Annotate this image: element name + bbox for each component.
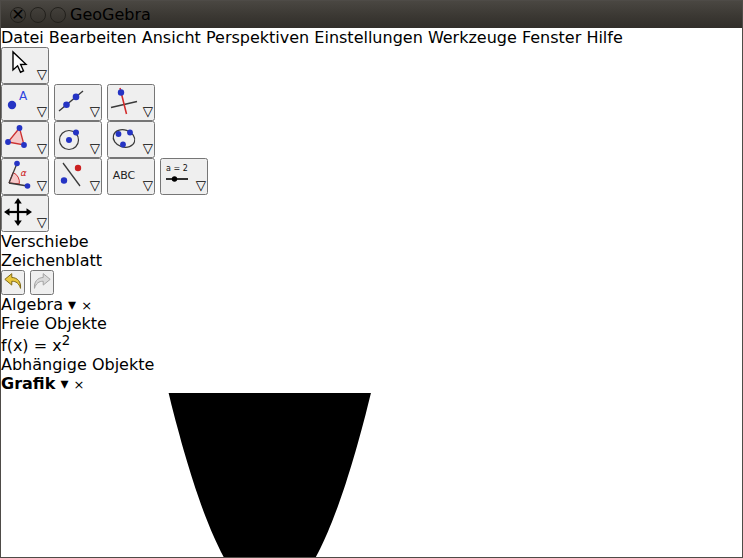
tool-dropdown-icon[interactable]: ▽ <box>90 104 100 119</box>
graphics-panel: Grafik ▾ × -5-4-3-2-1012345-3-2-10123 <box>1 374 742 558</box>
tool-dropdown-icon[interactable]: ▽ <box>143 178 153 193</box>
algebra-panel: Algebra ▾ × Freie Objekte f(x) = x2 Abhä… <box>1 295 742 374</box>
function-entry-label: f(x) = x2 <box>1 336 70 355</box>
polygon-tool-button[interactable]: ▽ <box>1 121 49 158</box>
ellipse-icon <box>109 123 139 153</box>
menu-fenster[interactable]: Fenster <box>522 28 581 47</box>
angle-tool-button[interactable]: α ▽ <box>1 158 49 195</box>
svg-text:ABC: ABC <box>113 169 136 182</box>
new-point-icon: A <box>3 86 33 116</box>
undo-button[interactable] <box>1 270 25 295</box>
dependent-objects-node[interactable]: Abhängige Objekte <box>1 355 742 374</box>
free-objects-node[interactable]: Freie Objekte <box>1 314 742 333</box>
slider-icon: a = 2 <box>162 160 192 190</box>
menu-einstellungen[interactable]: Einstellungen <box>314 28 422 47</box>
mirror-tool-button[interactable]: ▽ <box>54 158 102 195</box>
tool-bar: ▽ A ▽ ▽ <box>1 47 742 295</box>
window-minimize-button[interactable] <box>30 7 46 23</box>
tool-group-move: ▽ <box>1 47 742 84</box>
mirror-at-line-icon <box>56 160 86 190</box>
tool-dropdown-icon[interactable]: ▽ <box>37 141 47 156</box>
text-tool-button[interactable]: ABC ▽ <box>107 158 155 195</box>
algebra-panel-menu-icon[interactable]: ▾ <box>68 295 76 314</box>
tool-dropdown-icon[interactable]: ▽ <box>90 178 100 193</box>
algebra-panel-title: Algebra <box>1 295 63 314</box>
main-area: Algebra ▾ × Freie Objekte f(x) = x2 Abhä… <box>1 295 742 558</box>
menu-bar: Datei Bearbeiten Ansicht Perspektiven Ei… <box>1 28 742 47</box>
algebra-panel-header: Algebra ▾ × <box>1 295 742 314</box>
window-maximize-button[interactable] <box>50 7 66 23</box>
tool-dropdown-icon[interactable]: ▽ <box>90 141 100 156</box>
perpendicular-line-tool-button[interactable]: ▽ <box>107 84 155 121</box>
tool-dropdown-icon[interactable]: ▽ <box>196 178 206 193</box>
tool-group-points-lines: A ▽ ▽ ▽ <box>1 84 742 121</box>
ellipse-tool-button[interactable]: ▽ <box>107 121 155 158</box>
tool-dropdown-icon[interactable]: ▽ <box>37 178 47 193</box>
move-cursor-icon <box>3 49 33 79</box>
redo-button[interactable] <box>30 270 54 295</box>
close-icon: ✕ <box>11 5 24 24</box>
tool-group-shapes: ▽ ▽ ▽ <box>1 121 742 158</box>
function-plot: -5-4-3-2-1012345-3-2-10123 <box>1 393 542 558</box>
move-tool-button[interactable]: ▽ <box>1 47 49 84</box>
tool-group-measure-text: α ▽ ▽ ABC ▽ a = 2 <box>1 158 742 195</box>
text-tool-icon: ABC <box>109 160 139 190</box>
redo-icon <box>32 272 52 290</box>
algebra-tree: Freie Objekte f(x) = x2 Abhängige Objekt… <box>1 314 742 374</box>
window-close-button[interactable]: ✕ <box>10 7 26 23</box>
geogebra-window: ✕ GeoGebra Datei Bearbeiten Ansicht Pers… <box>0 0 743 558</box>
undo-icon <box>3 272 23 290</box>
undo-redo-group <box>1 270 742 295</box>
circle-center-point-icon <box>56 123 86 153</box>
move-graphics-view-icon <box>3 197 33 227</box>
tool-dropdown-icon[interactable]: ▽ <box>37 215 47 230</box>
new-point-tool-button[interactable]: A ▽ <box>1 84 49 121</box>
tool-dropdown-icon[interactable]: ▽ <box>37 67 47 82</box>
perpendicular-line-icon <box>109 86 139 116</box>
function-entry-row[interactable]: f(x) = x2 <box>1 333 742 355</box>
tool-dropdown-icon[interactable]: ▽ <box>143 141 153 156</box>
slider-tool-button[interactable]: a = 2 ▽ <box>160 158 208 195</box>
menu-werkzeuge[interactable]: Werkzeuge <box>428 28 517 47</box>
line-two-points-icon <box>56 86 86 116</box>
active-tool-label: Verschiebe Zeichenblatt <box>1 232 742 270</box>
algebra-panel-close-icon[interactable]: × <box>81 298 92 313</box>
menu-bearbeiten[interactable]: Bearbeiten <box>49 28 137 47</box>
graphics-panel-title: Grafik <box>1 374 55 393</box>
graphics-panel-close-icon[interactable]: × <box>74 377 85 392</box>
svg-text:a = 2: a = 2 <box>166 164 188 173</box>
tool-dropdown-icon[interactable]: ▽ <box>143 104 153 119</box>
svg-text:α: α <box>20 168 27 178</box>
svg-text:A: A <box>19 89 28 103</box>
free-objects-label: Freie Objekte <box>1 314 107 333</box>
graphics-canvas[interactable]: -5-4-3-2-1012345-3-2-10123 <box>1 393 742 558</box>
dependent-objects-label: Abhängige Objekte <box>1 355 154 374</box>
angle-icon: α <box>3 160 33 190</box>
menu-ansicht[interactable]: Ansicht <box>142 28 201 47</box>
title-bar: ✕ GeoGebra <box>1 1 742 28</box>
polygon-icon <box>3 123 33 153</box>
graphics-panel-header: Grafik ▾ × <box>1 374 742 393</box>
window-title: GeoGebra <box>70 5 151 24</box>
graphics-panel-menu-icon[interactable]: ▾ <box>60 374 68 393</box>
circle-tool-button[interactable]: ▽ <box>54 121 102 158</box>
line-tool-button[interactable]: ▽ <box>54 84 102 121</box>
menu-hilfe[interactable]: Hilfe <box>586 28 622 47</box>
tool-dropdown-icon[interactable]: ▽ <box>37 104 47 119</box>
menu-perspektiven[interactable]: Perspektiven <box>206 28 309 47</box>
menu-datei[interactable]: Datei <box>1 28 44 47</box>
tool-group-view: ▽ <box>1 195 742 232</box>
move-graphics-view-tool-button[interactable]: ▽ <box>1 195 49 232</box>
